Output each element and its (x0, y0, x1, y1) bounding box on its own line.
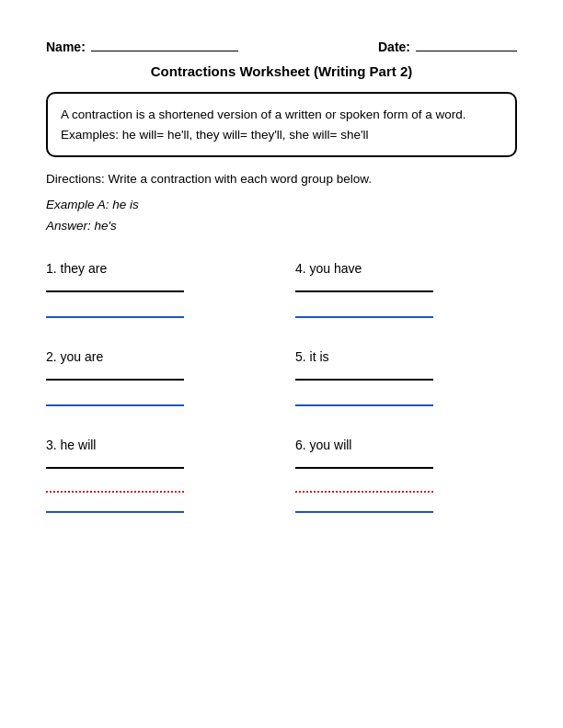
question-5-answer-line[interactable] (295, 368, 433, 381)
date-field: Date: (378, 37, 517, 54)
question-4-text: you have (310, 261, 362, 276)
question-3-answer-line[interactable] (46, 456, 184, 469)
question-4-answer-line[interactable] (295, 279, 433, 292)
question-1-label: 1. they are (46, 261, 268, 276)
question-6-text: you will (310, 438, 352, 452)
date-label: Date: (378, 40, 410, 54)
question-5-number: 5. (295, 349, 310, 364)
example-block: Example A: he is Answer: he's (46, 195, 517, 237)
question-4: 4. you have (295, 261, 517, 318)
question-4-label: 4. you have (295, 261, 517, 276)
question-3: 3. he will (46, 438, 268, 513)
left-column: 1. they are 2. you are 3. he w (46, 254, 268, 518)
name-underline (91, 37, 238, 51)
info-line2: Examples: he will= he'll, they will= the… (61, 128, 369, 142)
question-3-number: 3. (46, 438, 61, 452)
question-5-label: 5. it is (295, 349, 517, 364)
question-6-answer-line[interactable] (295, 456, 433, 469)
worksheet-title: Contractions Worksheet (Writing Part 2) (46, 63, 517, 79)
question-1-answer-line[interactable] (46, 279, 184, 292)
header-row: Name: Date: (46, 37, 517, 54)
question-2-lines (46, 368, 268, 406)
question-5-blue-line (295, 393, 433, 406)
example-line1: Example A: he is (46, 195, 517, 216)
question-5: 5. it is (295, 349, 517, 406)
question-3-text: he will (61, 438, 97, 452)
question-1: 1. they are (46, 261, 268, 318)
question-4-blue-line (295, 305, 433, 318)
info-box: A contraction is a shortened version of … (46, 92, 517, 157)
question-3-blue-line (46, 500, 184, 513)
right-column: 4. you have 5. it is 6. you wi (295, 254, 517, 518)
question-2: 2. you are (46, 349, 268, 406)
question-1-text: they are (61, 261, 108, 276)
question-2-answer-line[interactable] (46, 368, 184, 381)
name-field: Name: (46, 37, 238, 54)
name-label: Name: (46, 40, 86, 54)
question-1-lines (46, 279, 268, 318)
question-4-lines (295, 279, 517, 318)
question-6-red-line (295, 480, 433, 493)
question-3-red-line (46, 480, 184, 493)
question-3-label: 3. he will (46, 438, 268, 452)
question-1-blue-line (46, 305, 184, 318)
question-6-blue-line (295, 500, 433, 513)
question-1-number: 1. (46, 261, 61, 276)
question-2-number: 2. (46, 349, 61, 364)
questions-container: 1. they are 2. you are 3. he w (46, 254, 517, 518)
question-4-number: 4. (295, 261, 310, 276)
date-underline (416, 37, 517, 51)
question-5-lines (295, 368, 517, 406)
example-line2: Answer: he's (46, 216, 517, 237)
question-6-label: 6. you will (295, 438, 517, 452)
question-3-lines (46, 456, 268, 513)
question-6-number: 6. (295, 438, 310, 452)
question-6: 6. you will (295, 438, 517, 513)
question-2-label: 2. you are (46, 349, 268, 364)
question-6-lines (295, 456, 517, 513)
directions-text: Directions: Write a contraction with eac… (46, 172, 517, 186)
info-line1: A contraction is a shortened version of … (61, 108, 465, 121)
question-5-text: it is (310, 349, 329, 364)
question-2-text: you are (61, 349, 104, 364)
question-2-blue-line (46, 393, 184, 406)
